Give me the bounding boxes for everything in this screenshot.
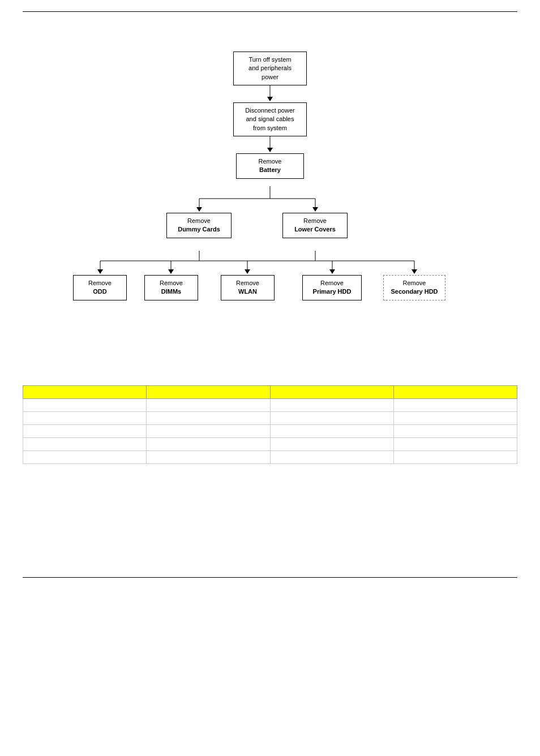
table-cell [393,425,517,438]
table-cell [270,399,393,412]
node-remove-wlan-text: RemoveWLAN [236,280,259,295]
table-cell [147,451,270,464]
table-header-col3 [270,386,393,399]
node-turn-off-text: Turn off systemand peripheralspower [248,56,292,80]
node-remove-battery-text: RemoveBattery [259,158,282,173]
table-cell [147,425,270,438]
table-header-col4 [393,386,517,399]
node-remove-battery: RemoveBattery [236,153,304,179]
node-disconnect-text: Disconnect powerand signal cablesfrom sy… [245,107,294,131]
node-remove-dimms: RemoveDIMMs [144,275,198,300]
page: Turn off systemand peripheralspower Disc… [0,0,540,756]
node-turn-off: Turn off systemand peripheralspower [233,51,307,85]
node-remove-odd: RemoveODD [73,275,127,300]
top-rule [23,11,517,12]
node-remove-dummy-cards-text: RemoveDummy Cards [178,217,220,233]
node-remove-lower-covers-text: RemoveLower Covers [294,217,336,233]
node-remove-primary-hdd: RemovePrimary HDD [302,275,362,300]
table-row [23,451,517,464]
table-cell [23,399,147,412]
node-remove-odd-text: RemoveODD [88,280,112,295]
table-cell [270,451,393,464]
node-remove-wlan: RemoveWLAN [221,275,275,300]
bottom-rule [23,577,517,578]
table-cell [393,412,517,425]
node-disconnect: Disconnect powerand signal cablesfrom sy… [233,102,307,136]
node-remove-secondary-hdd: RemoveSecondary HDD [383,275,445,300]
table-cell [270,438,393,451]
table-cell [393,399,517,412]
table-header-col2 [147,386,270,399]
table-row [23,438,517,451]
node-remove-lower-covers: RemoveLower Covers [282,213,348,238]
data-table [23,385,517,464]
table-cell [147,438,270,451]
table-cell [270,425,393,438]
table-cell [23,438,147,451]
node-remove-secondary-hdd-text: RemoveSecondary HDD [391,280,438,295]
table-cell [23,425,147,438]
table-row [23,412,517,425]
table-cell [147,412,270,425]
table-cell [23,412,147,425]
table-cell [393,451,517,464]
table-cell [270,412,393,425]
table-cell [393,438,517,451]
table-row [23,425,517,438]
table-cell [23,451,147,464]
table-header-col1 [23,386,147,399]
table-cell [147,399,270,412]
node-remove-dummy-cards: RemoveDummy Cards [166,213,232,238]
table-header-row [23,386,517,399]
table-row [23,399,517,412]
node-remove-dimms-text: RemoveDIMMs [160,280,183,295]
flow-nodes: Turn off systemand peripheralspower Disc… [55,46,485,363]
flowchart-container: Turn off systemand peripheralspower Disc… [55,46,485,363]
node-remove-primary-hdd-text: RemovePrimary HDD [313,280,352,295]
